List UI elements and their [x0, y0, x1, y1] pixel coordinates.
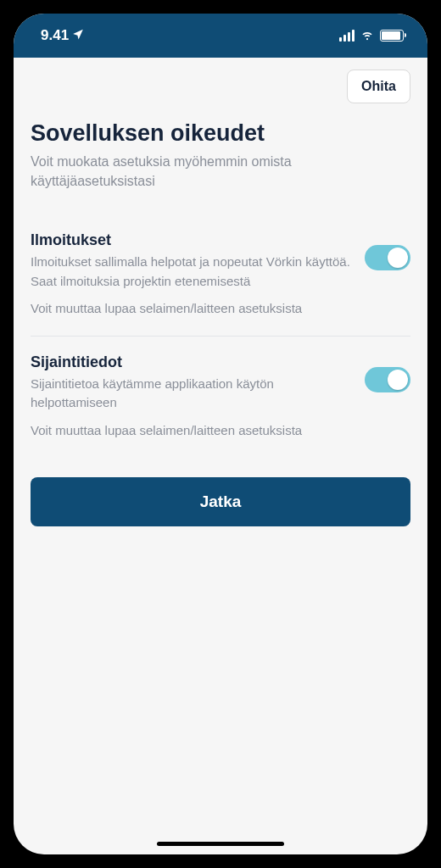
page-subtitle: Voit muokata asetuksia myöhemmin omista … — [31, 152, 410, 191]
wifi-icon — [360, 26, 375, 45]
section-location: Sijaintitiedot Sijaintitietoa käytämme a… — [31, 353, 410, 458]
top-actions: Ohita — [31, 70, 410, 103]
clock-label: 9.41 — [41, 27, 69, 44]
status-bar: 9.41 — [14, 14, 427, 58]
screen: 9.41 Ohita Sovelluksen — [14, 14, 427, 854]
section-notifications: Ilmoitukset Ilmoitukset sallimalla helpo… — [31, 231, 410, 337]
skip-button[interactable]: Ohita — [347, 70, 410, 103]
location-arrow-icon — [72, 27, 84, 44]
section-description: Sijaintitietoa käytämme applikaation käy… — [31, 375, 354, 413]
battery-icon — [380, 30, 404, 42]
status-time: 9.41 — [41, 27, 84, 44]
status-icons — [339, 26, 404, 45]
continue-button[interactable]: Jatka — [31, 477, 410, 526]
section-title: Sijaintitiedot — [31, 353, 354, 371]
phone-frame: 9.41 Ohita Sovelluksen — [0, 0, 441, 868]
notifications-toggle[interactable] — [365, 245, 410, 270]
section-note: Voit muuttaa lupaa selaimen/laitteen ase… — [31, 299, 410, 319]
signal-icon — [339, 30, 354, 42]
section-title: Ilmoitukset — [31, 231, 354, 249]
location-toggle[interactable] — [365, 367, 410, 392]
home-indicator[interactable] — [157, 842, 284, 846]
section-description: Ilmoitukset sallimalla helpotat ja nopeu… — [31, 253, 354, 291]
section-note: Voit muuttaa lupaa selaimen/laitteen ase… — [31, 421, 410, 441]
page-title: Sovelluksen oikeudet — [31, 120, 410, 147]
content-area: Ohita Sovelluksen oikeudet Voit muokata … — [14, 58, 427, 854]
